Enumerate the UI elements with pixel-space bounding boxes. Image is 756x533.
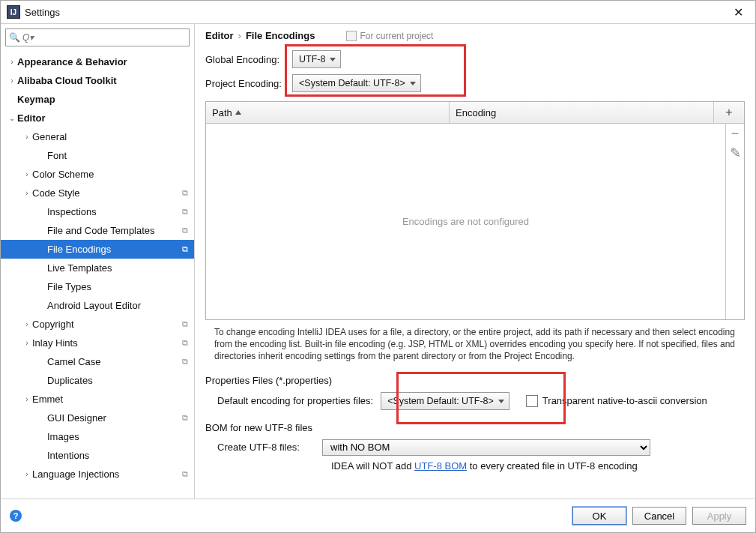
- sidebar-item-keymap[interactable]: Keymap: [1, 90, 194, 109]
- project-encoding-dropdown[interactable]: <System Default: UTF-8>: [292, 74, 421, 92]
- bom-section: BOM for new UTF-8 files: [205, 422, 745, 433]
- table-header-path[interactable]: Path: [206, 102, 450, 123]
- global-encoding-label: Global Encoding:: [205, 54, 292, 65]
- sidebar-item-label: Font: [47, 150, 194, 161]
- sidebar-item-code-style[interactable]: ›Code Style⧉: [1, 184, 194, 202]
- breadcrumb-leaf: File Encodings: [246, 30, 315, 41]
- sidebar-item-file-and-code-templates[interactable]: File and Code Templates⧉: [1, 221, 194, 240]
- sidebar-item-label: Inlay Hints: [32, 337, 182, 349]
- sidebar-item-label: Images: [47, 431, 194, 442]
- sidebar-item-label: Live Templates: [47, 262, 194, 274]
- chevron-icon: ›: [22, 339, 32, 347]
- table-empty-text: Encodings are not configured: [402, 216, 529, 227]
- chevron-icon: ›: [7, 58, 17, 66]
- sidebar-item-intentions[interactable]: Intentions: [1, 446, 194, 465]
- global-encoding-value: UTF-8: [299, 54, 325, 64]
- sidebar-item-label: GUI Designer: [47, 412, 182, 424]
- project-scope-icon: ⧉: [182, 226, 194, 235]
- sidebar-item-file-types[interactable]: File Types: [1, 277, 194, 296]
- utf8-bom-link[interactable]: UTF-8 BOM: [414, 460, 467, 472]
- apply-button[interactable]: Apply: [692, 507, 746, 525]
- sidebar-item-live-templates[interactable]: Live Templates: [1, 259, 194, 277]
- sidebar-item-language-injections[interactable]: ›Language Injections⧉: [1, 465, 194, 484]
- search-input[interactable]: [5, 28, 190, 46]
- chevron-icon: ⌄: [7, 114, 17, 122]
- sidebar-item-appearance-behavior[interactable]: ›Appearance & Behavior: [1, 52, 194, 71]
- close-icon[interactable]: ✕: [728, 5, 749, 19]
- transparent-conversion-checkbox[interactable]: [526, 395, 538, 407]
- sidebar-item-label: File Types: [47, 281, 194, 292]
- sidebar-item-editor[interactable]: ⌄Editor: [1, 109, 194, 127]
- default-properties-encoding-value: <System Default: UTF-8>: [387, 396, 494, 406]
- sort-asc-icon: [235, 110, 241, 115]
- bom-note-post: to every created file in UTF-8 encoding: [467, 460, 638, 472]
- edit-row-button[interactable]: ✎: [726, 146, 744, 160]
- sidebar-item-gui-designer[interactable]: GUI Designer⧉: [1, 409, 194, 427]
- sidebar-item-copyright[interactable]: ›Copyright⧉: [1, 315, 194, 334]
- breadcrumb: Editor › File Encodings For current proj…: [205, 30, 745, 41]
- project-scope-icon: ⧉: [182, 357, 194, 367]
- create-utf8-label: Create UTF-8 files:: [217, 442, 315, 453]
- dialog-footer: ? OK Cancel Apply: [1, 499, 755, 532]
- chevron-icon: ›: [22, 320, 32, 328]
- chevron-icon: ›: [22, 133, 32, 141]
- sidebar-item-font[interactable]: Font: [1, 146, 194, 165]
- sidebar-item-label: Inspections: [47, 206, 182, 217]
- sidebar-item-file-encodings[interactable]: File Encodings⧉: [1, 240, 194, 259]
- sidebar-item-label: General: [32, 131, 194, 142]
- window-title: Settings: [25, 7, 728, 18]
- sidebar-item-camel-case[interactable]: Camel Case⧉: [1, 352, 194, 371]
- default-properties-encoding-dropdown[interactable]: <System Default: UTF-8>: [381, 392, 509, 410]
- sidebar-item-alibaba-cloud-toolkit[interactable]: ›Alibaba Cloud Toolkit: [1, 71, 194, 90]
- sidebar-item-label: Copyright: [32, 319, 182, 330]
- project-scope-icon: ⧉: [182, 469, 194, 479]
- default-properties-encoding-label: Default encoding for properties files:: [217, 395, 373, 406]
- sidebar-item-label: Keymap: [17, 94, 194, 105]
- encodings-table: Path Encoding + Encodings are not config…: [205, 101, 745, 320]
- sidebar-item-general[interactable]: ›General: [1, 127, 194, 146]
- sidebar: 🔍 ›Appearance & Behavior›Alibaba Cloud T…: [1, 24, 195, 499]
- chevron-icon: ›: [7, 76, 17, 85]
- sidebar-item-duplicates[interactable]: Duplicates: [1, 371, 194, 390]
- add-row-button[interactable]: +: [714, 102, 744, 123]
- sidebar-item-label: Camel Case: [47, 356, 182, 367]
- main-panel: Editor › File Encodings For current proj…: [195, 24, 755, 499]
- project-scope-icon: ⧉: [182, 413, 194, 423]
- table-header-encoding[interactable]: Encoding: [450, 102, 714, 123]
- sidebar-item-label: Alibaba Cloud Toolkit: [17, 75, 194, 86]
- app-icon: IJ: [7, 5, 20, 19]
- cancel-button[interactable]: Cancel: [632, 507, 686, 525]
- project-scope-icon: ⧉: [182, 338, 194, 348]
- chevron-right-icon: ›: [238, 30, 241, 41]
- ok-button[interactable]: OK: [572, 507, 626, 525]
- sidebar-item-images[interactable]: Images: [1, 427, 194, 446]
- sidebar-item-label: File and Code Templates: [47, 225, 182, 236]
- project-scope-icon: ⧉: [182, 244, 194, 254]
- sidebar-item-inlay-hints[interactable]: ›Inlay Hints⧉: [1, 334, 194, 352]
- global-encoding-dropdown[interactable]: UTF-8: [292, 50, 341, 68]
- project-encoding-value: <System Default: UTF-8>: [299, 78, 405, 88]
- sidebar-item-label: Android Layout Editor: [47, 300, 194, 311]
- project-scope-icon: ⧉: [182, 207, 194, 217]
- sidebar-item-label: Code Style: [32, 187, 182, 199]
- sidebar-item-label: Duplicates: [47, 375, 194, 386]
- project-scope-icon: [346, 31, 357, 41]
- chevron-icon: ›: [22, 189, 32, 197]
- bom-note-pre: IDEA will NOT add: [331, 460, 414, 472]
- sidebar-item-android-layout-editor[interactable]: Android Layout Editor: [1, 296, 194, 315]
- sidebar-item-label: File Encodings: [47, 244, 182, 255]
- help-button[interactable]: ?: [10, 510, 22, 522]
- sidebar-item-label: Emmet: [32, 394, 194, 405]
- create-utf8-dropdown[interactable]: with NO BOM: [322, 439, 650, 456]
- sidebar-item-inspections[interactable]: Inspections⧉: [1, 202, 194, 221]
- sidebar-item-label: Intentions: [47, 450, 194, 461]
- sidebar-item-color-scheme[interactable]: ›Color Scheme: [1, 165, 194, 184]
- help-text: To change encoding IntelliJ IDEA uses fo…: [214, 326, 740, 363]
- remove-row-button[interactable]: −: [726, 127, 744, 140]
- titlebar: IJ Settings ✕: [1, 1, 755, 24]
- sidebar-item-emmet[interactable]: ›Emmet: [1, 390, 194, 409]
- sidebar-item-label: Editor: [17, 112, 194, 124]
- properties-files-section: Properties Files (*.properties): [205, 375, 745, 386]
- chevron-icon: ›: [22, 395, 32, 403]
- settings-tree: ›Appearance & Behavior›Alibaba Cloud Too…: [1, 49, 194, 499]
